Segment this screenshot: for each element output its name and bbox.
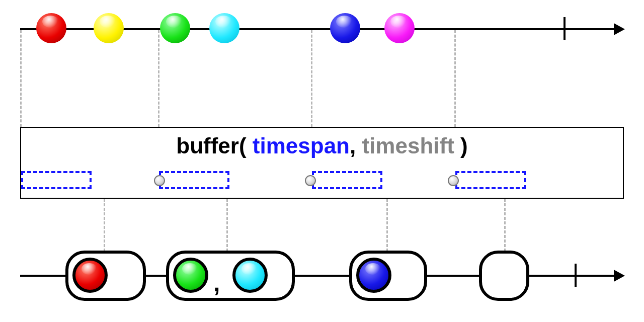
- output-marble-blue: [356, 258, 391, 293]
- input-marble-cyan: [209, 13, 239, 43]
- timeshift-tick: [311, 30, 312, 127]
- window-start-marker: [154, 175, 165, 186]
- timeshift-tick: [20, 30, 22, 127]
- output-marble-cyan: [232, 258, 268, 293]
- marble-diagram: buffer( timespan, timeshift ) ,: [0, 0, 644, 322]
- output-complete-bar: [575, 264, 577, 287]
- emit-connector: [104, 199, 105, 252]
- output-marble-green: [173, 258, 208, 293]
- window-start-marker: [448, 175, 459, 186]
- timeshift-tick: [454, 30, 456, 127]
- operator-param-timeshift: timeshift: [362, 133, 454, 158]
- window-start-marker: [305, 175, 316, 186]
- timespan-window: [21, 171, 92, 189]
- emit-connector: [386, 199, 388, 252]
- operator-name: buffer(: [176, 133, 253, 158]
- emit-connector: [504, 199, 506, 252]
- input-marble-red: [36, 13, 66, 43]
- input-marble-green: [160, 13, 190, 43]
- input-marble-blue: [330, 13, 360, 43]
- output-marble-red: [72, 258, 108, 293]
- operator-param-timespan: timespan: [253, 133, 350, 158]
- timespan-window: [455, 171, 526, 189]
- timespan-window: [312, 171, 382, 189]
- output-buffer: [479, 251, 529, 301]
- buffer-separator: ,: [213, 269, 220, 297]
- timeshift-tick: [158, 30, 159, 127]
- input-marble-yellow: [94, 13, 124, 43]
- input-complete-bar: [564, 17, 566, 40]
- input-marble-magenta: [384, 13, 415, 43]
- emit-connector: [226, 199, 228, 252]
- operator-signature: buffer( timespan, timeshift ): [0, 133, 644, 158]
- timespan-window: [159, 171, 229, 189]
